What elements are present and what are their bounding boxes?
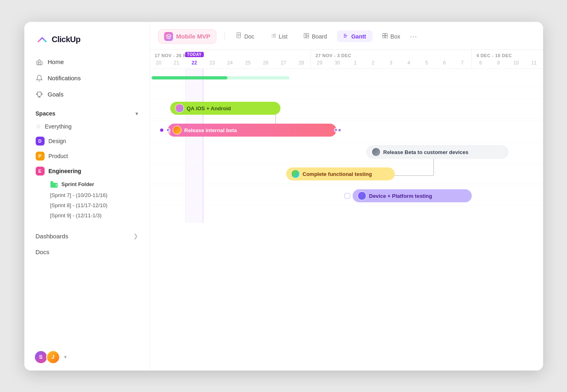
progress-fill <box>152 76 227 79</box>
svg-rect-9 <box>383 36 385 38</box>
docs-nav-item[interactable]: Docs <box>31 244 143 259</box>
tab-box[interactable]: Box <box>376 30 407 42</box>
device-label: Device + Platform testing <box>369 193 432 199</box>
sprint-9-item[interactable]: [Sprint 9] - (12/11-1/3) <box>45 210 143 221</box>
day-dec8: 8 <box>472 59 490 69</box>
gantt-body: QA iOS + Android ⠿ Release intern <box>150 69 543 223</box>
svg-rect-7 <box>383 33 385 35</box>
week-label-1: 17 NOV - 26 NOV <box>150 50 310 59</box>
list-tab-icon <box>271 33 276 40</box>
board-tab-label: Board <box>312 33 327 40</box>
svg-rect-5 <box>306 33 309 35</box>
svg-rect-1 <box>50 181 53 184</box>
dashboards-arrow-icon: ❯ <box>133 233 138 239</box>
gantt-area: 17 NOV - 26 NOV 20 21 22 TODAY 23 24 25 … <box>150 50 543 371</box>
home-label: Home <box>48 58 64 65</box>
space-item-design[interactable]: D Design <box>31 134 143 148</box>
gantt-bar-device[interactable]: Device + Platform testing <box>353 189 472 202</box>
gantt-row-release-internal: ⠿ Release internal beta ⠿ <box>150 121 543 140</box>
gantt-row-progress <box>150 69 543 87</box>
project-pill-icon <box>164 32 173 41</box>
drag-handle-right[interactable]: ⠿ <box>334 128 338 132</box>
box-tab-label: Box <box>390 33 400 40</box>
week-label-2: 27 NOV - 3 DEC <box>311 50 471 59</box>
sidebar-footer: S J ▾ <box>24 344 150 371</box>
gantt-row-release-beta: Release Beta to customer devices <box>150 143 543 162</box>
spaces-section: Spaces ▾ ⁙ Everything D Design P Product… <box>24 103 150 223</box>
engineering-label: Engineering <box>49 168 81 174</box>
gantt-bar-release-beta[interactable]: Release Beta to customer devices <box>366 146 508 159</box>
dashboards-nav-item[interactable]: Dashboards ❯ <box>31 229 143 244</box>
tab-doc[interactable]: Doc <box>230 30 261 43</box>
project-pill[interactable]: Mobile MVP <box>158 29 216 44</box>
functional-label: Complete functional testing <box>303 171 372 177</box>
spaces-header: Spaces ▾ <box>31 110 143 117</box>
functional-avatar <box>291 169 300 178</box>
drag-handle-left[interactable]: ⠿ <box>166 128 170 132</box>
folder-icon <box>50 181 58 188</box>
sprint-8-label: [Sprint 8] - (11/17-12/10) <box>50 202 108 208</box>
tab-board[interactable]: Board <box>297 30 333 42</box>
footer-chevron-icon[interactable]: ▾ <box>64 354 67 360</box>
qa-bar-label: QA iOS + Android <box>187 105 231 111</box>
dashboards-label: Dashboards <box>36 233 68 240</box>
days-row-2: 29 30 1 2 3 4 5 6 7 <box>311 59 471 69</box>
tab-list[interactable]: List <box>264 30 294 42</box>
sprint-folder-item[interactable]: Sprint Folder <box>45 179 143 190</box>
box-icon <box>166 34 171 39</box>
release-left-dot <box>160 129 163 132</box>
qa-bar-avatar <box>175 104 184 113</box>
sidebar-item-goals[interactable]: Goals <box>31 87 143 102</box>
gantt-chart: 17 NOV - 26 NOV 20 21 22 TODAY 23 24 25 … <box>150 50 543 371</box>
svg-rect-6 <box>306 36 309 38</box>
gantt-bar-qa[interactable]: QA iOS + Android <box>170 102 280 115</box>
more-tabs-icon[interactable]: ⋯ <box>410 32 417 41</box>
sidebar-item-home[interactable]: Home <box>31 54 143 70</box>
product-label: Product <box>49 153 68 159</box>
gantt-row-functional: Complete functional testing <box>150 165 543 184</box>
svg-rect-4 <box>304 33 306 38</box>
day-22-today: 22 TODAY <box>186 59 203 69</box>
gantt-bar-functional[interactable]: Complete functional testing <box>286 167 395 180</box>
week-label-3: 4 DEC - 10 DEC <box>472 50 543 59</box>
space-item-engineering[interactable]: E Engineering <box>31 164 143 178</box>
week-group-1: 17 NOV - 26 NOV 20 21 22 TODAY 23 24 25 … <box>150 50 311 69</box>
days-row-3: 8 9 10 11 1 2 3 4 5 6 7 8 9 <box>472 59 543 69</box>
notifications-label: Notifications <box>48 75 81 81</box>
doc-tab-icon <box>236 32 242 40</box>
day-dec10: 10 <box>507 59 525 69</box>
svg-rect-10 <box>385 36 387 38</box>
space-item-everything[interactable]: ⁙ Everything <box>31 120 143 133</box>
gantt-row-device: Device + Platform testing <box>150 186 543 206</box>
logo-label: ClickUp <box>52 35 81 44</box>
gantt-row-qa: QA iOS + Android <box>150 99 543 118</box>
spaces-chevron-icon[interactable]: ▾ <box>135 110 138 117</box>
day-dec3: 3 <box>382 59 400 69</box>
release-internal-avatar <box>173 126 182 135</box>
sprint-8-item[interactable]: [Sprint 8] - (11/17-12/10) <box>45 200 143 210</box>
logo-area[interactable]: ClickUp <box>24 22 150 54</box>
gantt-tab-label: Gantt <box>351 33 366 40</box>
week-group-2: 27 NOV - 3 DEC 29 30 1 2 3 4 5 6 7 <box>311 50 472 69</box>
release-beta-avatar <box>372 148 381 156</box>
day-24: 24 <box>221 59 239 69</box>
space-item-product[interactable]: P Product <box>31 149 143 163</box>
sidebar-item-notifications[interactable]: Notifications <box>31 71 143 86</box>
day-23: 23 <box>203 59 221 69</box>
docs-label: Docs <box>36 248 49 255</box>
main-area: Mobile MVP Doc List <box>150 22 543 371</box>
gantt-bar-release-internal[interactable]: ⠿ Release internal beta ⠿ <box>168 124 336 137</box>
avatar-person[interactable]: J <box>46 350 60 364</box>
day-dec2: 2 <box>364 59 382 69</box>
week-group-3: 4 DEC - 10 DEC 8 9 10 11 1 2 3 4 5 6 <box>472 50 543 69</box>
day-25: 25 <box>239 59 257 69</box>
app-window: ClickUp Home Notifications <box>24 22 543 371</box>
tab-gantt[interactable]: Gantt <box>337 30 373 42</box>
design-badge: D <box>36 137 45 146</box>
sprint-7-item[interactable]: [Sprint 7] - (10/20-11/16) <box>45 190 143 200</box>
product-badge: P <box>36 152 45 161</box>
avatar-s[interactable]: S <box>34 350 48 364</box>
home-icon <box>36 58 43 66</box>
project-name: Mobile MVP <box>176 33 210 40</box>
goals-label: Goals <box>48 91 64 98</box>
